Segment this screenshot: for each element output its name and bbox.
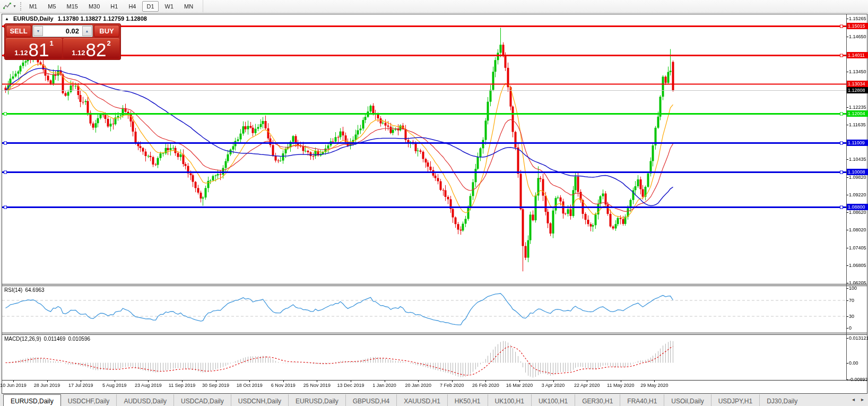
rsi-axis-tick: 30 (849, 314, 854, 319)
sell-button[interactable]: SELL (6, 25, 31, 37)
tab-audusd-daily[interactable]: AUDUSD,Daily (116, 394, 173, 406)
x-axis-label: 23 Aug 2019 (135, 383, 162, 388)
x-axis-label: 28 Jun 2019 (34, 383, 60, 388)
tab-eurusd-daily[interactable]: EURUSD,Daily (288, 394, 345, 406)
volume-decrease-button[interactable]: ▼ (33, 26, 43, 36)
timeframe-button-group: M1M5M15M30H1H4D1W1MN (25, 0, 203, 13)
x-axis-label: 10 Jun 2019 (0, 383, 27, 388)
tab-ger30-h1[interactable]: GER30,H1 (575, 394, 620, 406)
x-axis-label: 29 May 2020 (640, 383, 668, 388)
x-axis-label: 7 Feb 2020 (440, 383, 464, 388)
timeframe-button-w1[interactable]: W1 (161, 1, 178, 12)
x-axis-label: 6 Nov 2019 (271, 383, 296, 388)
chart-symbol-period: EURUSD,Daily (13, 15, 54, 22)
tab-hk50-h1[interactable]: HK50,H1 (447, 394, 488, 406)
chart-overlay: 1.152651.146501.134501.122351.116351.104… (0, 0, 868, 406)
price-line-label: 1.13034 (847, 81, 868, 87)
tab-prev-icon[interactable]: ◂ (852, 396, 855, 402)
buy-price-sup: 2 (107, 39, 111, 47)
buy-button[interactable]: BUY (94, 25, 119, 37)
tab-usdchf-daily[interactable]: USDCHF,Daily (61, 394, 117, 406)
sell-price-small: 1.12 (14, 49, 28, 57)
y-axis-tick: 1.06805 (849, 263, 866, 268)
tab-fra40-h1[interactable]: FRA40,H1 (620, 394, 664, 406)
y-axis-tick: 1.10435 (849, 157, 866, 162)
caret-down-icon[interactable]: ▼ (13, 4, 16, 8)
y-axis-tick: 1.15265 (849, 16, 866, 21)
sell-price-big: 81 (29, 42, 49, 57)
symbol-tab-bar: EURUSD,DailyUSDCHF,DailyAUDUSD,DailyUSDC… (0, 394, 868, 406)
x-axis-label: 20 Jan 2020 (405, 383, 431, 388)
tab-usoil-daily[interactable]: USOil,Daily (664, 394, 710, 406)
rsi-axis-tick: 100 (849, 286, 857, 291)
y-axis-tick: 1.09220 (849, 192, 866, 197)
tab-uk100-h1[interactable]: UK100,H1 (531, 394, 575, 406)
y-axis-tick: 1.07405 (849, 245, 866, 250)
y-axis-tick: 1.13450 (849, 69, 866, 74)
x-axis-label: 18 Oct 2019 (237, 383, 263, 388)
sell-price-sup: 1 (50, 39, 54, 47)
buy-price-small: 1.12 (72, 49, 85, 57)
tab-usdcnh-daily[interactable]: USDCNH,Daily (231, 394, 288, 406)
buy-price-big: 82 (86, 42, 107, 57)
x-axis-label: 1 Jan 2020 (372, 383, 396, 388)
sell-price-display[interactable]: 1.12 81 1 (6, 38, 62, 58)
y-axis-tick: 1.08020 (849, 227, 866, 232)
tab-uk100-h1[interactable]: UK100,H1 (488, 394, 531, 406)
timeframe-button-m15[interactable]: M15 (63, 1, 82, 12)
price-line-label: 1.15015 (847, 23, 868, 29)
tab-eurusd-daily[interactable]: EURUSD,Daily (3, 394, 61, 406)
price-line-label: 1.08800 (847, 204, 868, 210)
timeframe-button-h4[interactable]: H4 (124, 1, 140, 12)
y-axis-tick: 1.06205 (849, 280, 866, 286)
y-axis-tick: 1.14650 (849, 34, 866, 39)
volume-value[interactable]: 0.02 (44, 25, 82, 37)
timeframe-button-m30[interactable]: M30 (84, 1, 104, 12)
y-axis-tick: 1.09820 (849, 175, 866, 180)
tab-navigation: ◂ ▸ (852, 396, 864, 402)
x-axis-label: 5 Aug 2019 (102, 383, 127, 388)
tab-dj30-daily[interactable]: DJ30,Daily (759, 394, 804, 406)
macd-axis-tick: 0.00 (849, 360, 858, 366)
chart-ohlc-values: 1.13780 1.13827 1.12759 1.12808 (58, 15, 147, 22)
tab-gbpusd-h4[interactable]: GBPUSD,H4 (345, 394, 396, 406)
rsi-axis-tick: 0 (849, 325, 852, 331)
tab-usdjpy-h1[interactable]: USDJPY,H1 (711, 394, 759, 406)
chart-title-bar: ▲ EURUSD,Daily 1.13780 1.13827 1.12759 1… (5, 15, 147, 22)
buy-price-display[interactable]: 1.12 82 2 (63, 38, 119, 58)
timeframe-button-m1[interactable]: M1 (25, 1, 41, 12)
timeframe-button-m5[interactable]: M5 (44, 1, 60, 12)
toolbar-grip[interactable] (20, 2, 21, 11)
price-line-label: 1.14011 (847, 52, 868, 58)
price-line-label: 1.11009 (847, 140, 868, 146)
price-line-label: 1.10008 (847, 169, 868, 175)
x-axis-label: 22 Apr 2020 (574, 383, 600, 388)
x-axis-label: 3 Apr 2020 (542, 383, 565, 388)
x-axis-label: 16 Mar 2020 (506, 383, 533, 388)
draw-tool-icon[interactable] (3, 2, 12, 11)
tab-xauusd-h1[interactable]: XAUUSD,H1 (396, 394, 447, 406)
price-line-label: 1.12004 (847, 110, 868, 117)
volume-increase-button[interactable]: ▲ (82, 26, 92, 36)
x-axis-label: 11 Sep 2019 (169, 383, 195, 388)
collapse-icon[interactable]: ▲ (5, 16, 9, 21)
x-axis-label: 25 Nov 2019 (303, 383, 331, 388)
macd-panel-label: MACD(12,26,9)0.0114690.010596 (4, 336, 90, 342)
timeframe-button-mn[interactable]: MN (180, 1, 197, 12)
x-axis-label: 30 Sep 2019 (202, 383, 229, 388)
top-toolbar: ▼ M1M5M15M30H1H4D1W1MN (0, 0, 868, 13)
y-axis-tick: 1.12235 (849, 105, 866, 110)
tab-usdcad-daily[interactable]: USDCAD,Daily (173, 394, 231, 406)
x-axis-label: 11 May 2020 (607, 383, 634, 388)
tab-next-icon[interactable]: ▸ (861, 396, 864, 402)
timeframe-button-d1[interactable]: D1 (142, 1, 158, 12)
x-axis-label: 13 Dec 2019 (337, 383, 364, 388)
x-axis-label: 17 Jul 2019 (68, 383, 93, 388)
y-axis-tick: 1.08620 (849, 210, 866, 215)
volume-stepper: ▼ 0.02 ▲ (32, 25, 93, 37)
timeframe-button-h1[interactable]: H1 (106, 1, 122, 12)
current-price-label: 1.12808 (847, 87, 868, 93)
x-axis-label: 26 Feb 2020 (472, 383, 499, 388)
macd-axis-tick: 0.013121 (849, 335, 868, 341)
y-axis-tick: 1.11635 (849, 122, 866, 127)
